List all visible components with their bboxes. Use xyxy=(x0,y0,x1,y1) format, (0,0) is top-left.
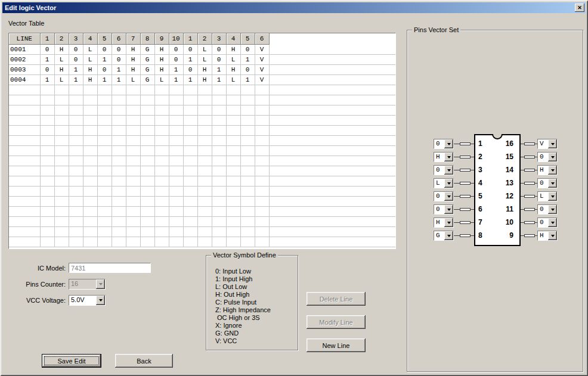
cell-pin-value[interactable] xyxy=(255,95,269,105)
combo-dropdown-button[interactable] xyxy=(548,192,557,201)
cell-pin-value[interactable]: 0 xyxy=(240,44,255,54)
cell-pin-value[interactable] xyxy=(69,206,83,216)
table-row-empty[interactable] xyxy=(9,105,395,115)
cell-pin-value[interactable] xyxy=(54,216,69,226)
cell-pin-value[interactable]: 1 xyxy=(240,54,255,64)
cell-pin-value[interactable] xyxy=(40,125,54,135)
cell-pin-value[interactable] xyxy=(183,85,197,95)
cell-pin-value[interactable] xyxy=(69,125,83,135)
pin-15-select[interactable]: 0 xyxy=(537,152,558,162)
cell-pin-value[interactable]: H xyxy=(154,44,169,54)
cell-pin-value[interactable] xyxy=(240,237,255,247)
cell-pin-value[interactable] xyxy=(140,226,154,237)
cell-pin-value[interactable]: 1 xyxy=(69,64,83,74)
cell-pin-value[interactable]: 1 xyxy=(183,54,197,64)
cell-pin-value[interactable] xyxy=(183,105,197,115)
cell-pin-value[interactable] xyxy=(112,176,126,186)
cell-pin-value[interactable] xyxy=(255,237,269,247)
cell-line-number[interactable] xyxy=(9,145,40,156)
cell-pin-value[interactable] xyxy=(83,186,97,196)
cell-pin-value[interactable] xyxy=(154,115,169,125)
cell-pin-value[interactable] xyxy=(69,85,83,95)
cell-pin-value[interactable] xyxy=(40,216,54,226)
cell-pin-value[interactable]: 0 xyxy=(212,54,226,64)
cell-pin-value[interactable] xyxy=(226,125,240,135)
pin-7-select[interactable]: H xyxy=(434,217,454,228)
combo-dropdown-button[interactable] xyxy=(548,166,557,175)
cell-pin-value[interactable] xyxy=(83,95,97,105)
cell-pin-value[interactable]: 1 xyxy=(212,74,226,85)
cell-pin-value[interactable] xyxy=(40,135,54,145)
cell-pin-value[interactable]: 0 xyxy=(69,44,83,54)
cell-pin-value[interactable] xyxy=(255,196,269,206)
cell-line-number[interactable] xyxy=(9,237,40,247)
pin-16-select[interactable]: V xyxy=(537,139,558,149)
cell-pin-value[interactable] xyxy=(169,85,183,95)
cell-pin-value[interactable] xyxy=(212,237,226,247)
cell-pin-value[interactable] xyxy=(126,186,140,196)
cell-pin-value[interactable] xyxy=(54,135,69,145)
cell-pin-value[interactable] xyxy=(83,135,97,145)
table-row-empty[interactable] xyxy=(9,186,395,196)
cell-pin-value[interactable]: 1 xyxy=(169,64,183,74)
combo-dropdown-button[interactable] xyxy=(444,218,453,227)
cell-pin-value[interactable] xyxy=(212,95,226,105)
cell-pin-value[interactable] xyxy=(212,115,226,125)
combo-dropdown-button[interactable] xyxy=(548,205,557,214)
cell-pin-value[interactable] xyxy=(97,145,112,156)
combo-dropdown-button[interactable] xyxy=(444,231,453,240)
cell-pin-value[interactable] xyxy=(69,145,83,156)
cell-pin-value[interactable] xyxy=(255,216,269,226)
cell-pin-value[interactable] xyxy=(83,85,97,95)
cell-pin-value[interactable] xyxy=(97,135,112,145)
cell-pin-value[interactable]: 0 xyxy=(112,44,126,54)
cell-pin-value[interactable] xyxy=(226,85,240,95)
cell-pin-value[interactable] xyxy=(183,125,197,135)
combo-dropdown-button[interactable] xyxy=(548,231,557,240)
cell-pin-value[interactable]: 0 xyxy=(97,44,112,54)
cell-pin-value[interactable]: 0 xyxy=(112,54,126,64)
cell-pin-value[interactable] xyxy=(140,237,154,247)
cell-pin-value[interactable] xyxy=(97,206,112,216)
cell-line-number[interactable] xyxy=(9,105,40,115)
cell-pin-value[interactable] xyxy=(140,95,154,105)
new-line-button[interactable]: New Line xyxy=(307,338,366,352)
cell-pin-value[interactable] xyxy=(169,95,183,105)
back-button[interactable]: Back xyxy=(115,354,173,368)
cell-pin-value[interactable] xyxy=(240,226,255,237)
cell-pin-value[interactable] xyxy=(140,196,154,206)
cell-pin-value[interactable] xyxy=(126,95,140,105)
cell-pin-value[interactable]: H xyxy=(226,44,240,54)
cell-pin-value[interactable] xyxy=(255,166,269,176)
cell-pin-value[interactable] xyxy=(112,166,126,176)
cell-pin-value[interactable] xyxy=(197,85,212,95)
cell-pin-value[interactable] xyxy=(169,176,183,186)
cell-pin-value[interactable] xyxy=(255,135,269,145)
cell-pin-value[interactable] xyxy=(169,145,183,156)
cell-pin-value[interactable] xyxy=(169,216,183,226)
cell-pin-value[interactable] xyxy=(83,125,97,135)
cell-pin-value[interactable] xyxy=(140,216,154,226)
table-row-empty[interactable] xyxy=(9,237,395,247)
cell-pin-value[interactable] xyxy=(69,95,83,105)
cell-pin-value[interactable]: L xyxy=(54,74,69,85)
cell-pin-value[interactable]: 0 xyxy=(169,44,183,54)
cell-pin-value[interactable] xyxy=(83,115,97,125)
cell-pin-value[interactable]: 0 xyxy=(183,44,197,54)
cell-pin-value[interactable]: H xyxy=(197,64,212,74)
cell-pin-value[interactable] xyxy=(112,196,126,206)
cell-pin-value[interactable] xyxy=(54,226,69,237)
cell-pin-value[interactable]: H xyxy=(83,74,97,85)
cell-pin-value[interactable] xyxy=(54,166,69,176)
cell-pin-value[interactable] xyxy=(97,115,112,125)
cell-pin-value[interactable] xyxy=(126,176,140,186)
cell-pin-value[interactable] xyxy=(54,145,69,156)
cell-pin-value[interactable]: 0 xyxy=(212,44,226,54)
cell-pin-value[interactable] xyxy=(54,156,69,166)
cell-pin-value[interactable] xyxy=(169,156,183,166)
cell-pin-value[interactable] xyxy=(83,237,97,247)
cell-pin-value[interactable] xyxy=(54,115,69,125)
table-row[interactable]: 00021L0L10HGH01L0L1V xyxy=(9,54,395,64)
cell-line-number[interactable] xyxy=(9,186,40,196)
cell-pin-value[interactable] xyxy=(140,166,154,176)
